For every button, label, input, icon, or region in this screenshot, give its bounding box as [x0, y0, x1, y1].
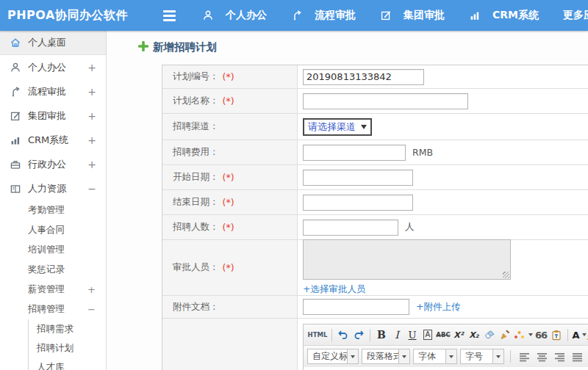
- sidebar-item-label: CRM系统: [28, 134, 68, 147]
- end-date-input[interactable]: [303, 195, 413, 211]
- form-row-attachment: 附件文档： +附件上传: [162, 296, 588, 319]
- font-size-select[interactable]: 字号: [460, 349, 504, 364]
- plan-no-input[interactable]: [303, 69, 424, 85]
- undo-icon[interactable]: [336, 327, 351, 343]
- blockquote-button[interactable]: 66: [534, 327, 548, 343]
- sidebar-subsubitem-recruit-plan[interactable]: 招聘计划: [29, 338, 106, 358]
- headcount-input[interactable]: [303, 220, 398, 236]
- bold-button[interactable]: B: [374, 327, 389, 343]
- topnav-personal-office[interactable]: 个人办公: [202, 9, 267, 22]
- sidebar-item-desktop[interactable]: 个人桌面: [0, 31, 106, 55]
- expand-plus-icon[interactable]: +: [87, 159, 96, 170]
- sidebar-item-label: 流程审批: [28, 85, 66, 98]
- expand-plus-icon[interactable]: +: [87, 284, 96, 295]
- redo-icon[interactable]: [351, 327, 366, 343]
- expand-plus-icon[interactable]: +: [87, 110, 96, 122]
- label-text: 招聘渠道：: [173, 120, 219, 133]
- choose-approvers-link[interactable]: +选择审批人员: [303, 283, 511, 296]
- plan-name-input[interactable]: [303, 93, 468, 109]
- expand-plus-icon[interactable]: +: [87, 134, 96, 146]
- recruit-submenu: 招聘需求 招聘计划 人才库: [28, 319, 106, 370]
- topnav-group-approval[interactable]: 集团审批: [380, 9, 445, 22]
- sidebar-subitem-label: 招聘管理: [28, 303, 65, 316]
- sidebar-subitem-recruit-mgmt[interactable]: 招聘管理 −: [0, 300, 106, 319]
- expand-plus-icon[interactable]: +: [87, 86, 96, 98]
- sidebar-item-crm[interactable]: CRM系统 +: [0, 128, 106, 152]
- superscript-button[interactable]: X²: [451, 327, 466, 343]
- topnav-process-approval[interactable]: 流程审批: [291, 9, 356, 22]
- sidebar-subsubitem-label: 招聘计划: [37, 342, 74, 355]
- start-date-input[interactable]: [303, 170, 413, 186]
- field-label-empty: [162, 319, 298, 370]
- sidebar-subsubitem-recruit-demand[interactable]: 招聘需求: [29, 319, 106, 338]
- editor-toolbar-row2: 自定义标题 段落格式 字体 字号: [304, 346, 588, 367]
- brush-icon[interactable]: [498, 327, 512, 343]
- channel-select[interactable]: 请选择渠道: [303, 118, 372, 136]
- attachment-input[interactable]: [303, 299, 409, 315]
- sidebar-subitem-attendance[interactable]: 考勤管理: [0, 200, 106, 220]
- briefcase-icon: [10, 159, 21, 170]
- resize-grip-icon[interactable]: [503, 272, 509, 278]
- topnav-crm[interactable]: CRM系统: [469, 9, 539, 22]
- label-text: 审批人员：: [173, 261, 219, 274]
- font-family-select[interactable]: 字体: [413, 349, 457, 364]
- sidebar-item-label: 行政办公: [28, 158, 66, 171]
- label-text: 结束日期：: [173, 196, 219, 208]
- sidebar-subitem-label: 薪资管理: [28, 283, 65, 296]
- sidebar-subsubitem-label: 招聘需求: [37, 323, 74, 335]
- sidebar-subitem-training[interactable]: 培训管理: [0, 240, 106, 260]
- select-caret-icon: [445, 349, 456, 363]
- subscript-button[interactable]: X₂: [467, 327, 481, 343]
- sidebar-item-hr[interactable]: 人力资源 −: [0, 176, 106, 200]
- sidebar-item-admin-office[interactable]: 行政办公 +: [0, 152, 106, 176]
- sidebar-item-process-approval[interactable]: 流程审批 +: [0, 79, 106, 104]
- align-justify-icon[interactable]: [570, 349, 584, 364]
- expand-plus-icon[interactable]: +: [87, 62, 96, 73]
- cost-input[interactable]: [303, 145, 406, 161]
- collapse-minus-icon[interactable]: −: [87, 183, 96, 195]
- field-label: 结束日期： (*): [162, 190, 298, 214]
- sidebar-item-label: 人力资源: [28, 182, 66, 195]
- required-mark: (*): [223, 95, 234, 106]
- align-right-icon[interactable]: [552, 349, 567, 364]
- chart-icon: [10, 134, 21, 146]
- sidebar-item-group-approval[interactable]: 集团审批 +: [0, 104, 106, 128]
- process-icon: [10, 86, 21, 98]
- edit-icon: [10, 110, 21, 122]
- sidebar-subitem-rewards[interactable]: 奖惩记录: [0, 260, 106, 280]
- sidebar-subsubitem-talent-pool[interactable]: 人才库: [29, 358, 106, 370]
- paste-icon[interactable]: [549, 327, 564, 343]
- sparkle-icon[interactable]: [513, 327, 533, 343]
- align-center-icon[interactable]: [534, 349, 549, 364]
- required-mark: (*): [223, 172, 234, 183]
- sidebar-subitem-label: 考勤管理: [28, 204, 65, 217]
- sidebar-subitem-hr-contract[interactable]: 人事合同: [0, 220, 106, 240]
- custom-title-select[interactable]: 自定义标题: [307, 349, 359, 364]
- process-icon: [291, 10, 303, 21]
- field-label: 计划编号： (*): [162, 65, 298, 88]
- collapse-minus-icon[interactable]: −: [87, 304, 96, 315]
- hamburger-menu-icon[interactable]: [163, 10, 176, 21]
- border-text-button[interactable]: A: [420, 327, 435, 343]
- underline-button[interactable]: U: [405, 327, 420, 343]
- italic-button[interactable]: I: [390, 327, 404, 343]
- sidebar-subitem-salary[interactable]: 薪资管理 +: [0, 280, 106, 300]
- sidebar-item-personal-office[interactable]: 个人办公 +: [0, 55, 106, 79]
- font-color-button[interactable]: A: [572, 327, 587, 343]
- form-row-start-date: 开始日期： (*): [162, 165, 588, 190]
- label-text: 计划名称：: [173, 95, 219, 107]
- approvers-textarea[interactable]: [303, 239, 511, 280]
- paragraph-format-select[interactable]: 段落格式: [362, 349, 410, 364]
- strikethrough-button[interactable]: ABC: [436, 327, 451, 343]
- user-icon: [10, 62, 21, 73]
- required-mark: (*): [223, 71, 234, 82]
- editor-content-area[interactable]: [304, 367, 588, 370]
- topnav-more-apps[interactable]: 更多应用: [563, 9, 588, 22]
- rich-text-editor: HTML B I U A ABC X²: [303, 324, 588, 370]
- sidebar-subitem-label: 培训管理: [28, 244, 65, 256]
- align-left-icon[interactable]: [517, 349, 531, 364]
- html-source-button[interactable]: HTML: [307, 327, 328, 343]
- attachment-upload-link[interactable]: +附件上传: [416, 301, 460, 313]
- field-label: 开始日期： (*): [162, 165, 298, 189]
- eraser-icon[interactable]: [482, 327, 497, 343]
